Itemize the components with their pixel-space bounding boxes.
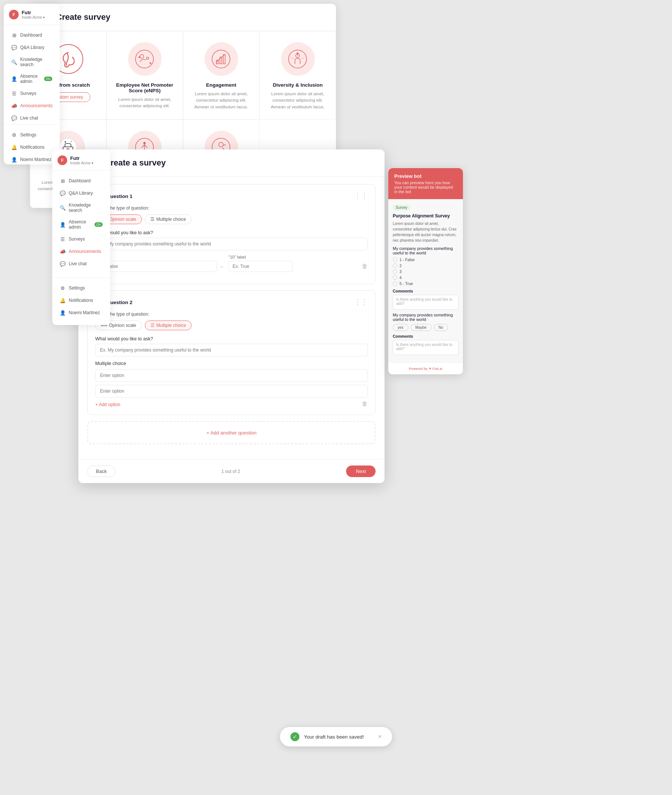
sidebar2-item-knowledge[interactable]: 🔍 Knowledge search — [54, 199, 108, 216]
preview-title: Preview bot — [394, 173, 457, 179]
footer-back-button[interactable]: Back — [87, 465, 115, 477]
question2-footer-row: + Add option 🗑 — [95, 401, 368, 407]
q2-multiple-choice-icon: ☰ — [150, 323, 155, 328]
s2-absence-icon: 👤 — [60, 221, 66, 228]
sidebar-item-absence[interactable]: 👤 Absence admin On — [6, 71, 58, 87]
s2-label-qa: Q&A Library — [69, 191, 93, 196]
sidebar1: F Futr Inside Acme ▾ ⊞ Dashboard 💬 Q&A L… — [4, 4, 60, 164]
question1-menu-dots[interactable]: ⋮⋮ — [354, 192, 368, 200]
preview-comments-label: Comments — [393, 289, 458, 293]
sidebar-item-user[interactable]: 👤 Noemi Martinez — [6, 154, 58, 165]
sidebar-item-qa[interactable]: 💬 Q&A Library — [6, 42, 58, 53]
preview-no-btn[interactable]: No — [434, 324, 448, 331]
s2-dashboard-icon: ⊞ — [60, 178, 66, 184]
card1-title: Create survey — [56, 12, 110, 22]
preview-comments2-box[interactable]: Is there anything you would like to add? — [393, 340, 458, 355]
s2-qa-icon: 💬 — [60, 190, 66, 196]
template-engagement[interactable]: Engagement Lorem ipsum dolor sit amet, c… — [183, 31, 259, 120]
card2-title: Create a survey — [104, 158, 166, 168]
preview-option-5: 5 - True — [393, 281, 458, 286]
sidebar-item-settings[interactable]: ⚙ Settings — [6, 129, 58, 141]
question1-multiple-choice-btn[interactable]: ☰ Multiple choice — [145, 215, 192, 224]
engagement-icon-wrap — [191, 40, 252, 78]
toast-close-button[interactable]: × — [378, 733, 382, 740]
question2-option1[interactable] — [95, 369, 368, 382]
preview-option-1-label: 1 - False — [400, 257, 415, 262]
question1-ask-input[interactable] — [95, 237, 368, 250]
card1-header: ‹ Create survey — [30, 4, 336, 31]
question2-card: ! Question 2 ⋮⋮ Select the type of quest… — [87, 290, 376, 415]
sidebar-item-knowledge[interactable]: 🔍 Knowledge search — [6, 54, 58, 70]
sidebar1-bottom: ⚙ Settings 🔔 Notifications 👤 Noemi Marti… — [4, 124, 60, 166]
card2-header: ‹ Create a survey — [78, 149, 384, 177]
enps-icon-wrap — [114, 40, 175, 78]
svg-point-0 — [136, 50, 154, 68]
sidebar2-item-qa[interactable]: 💬 Q&A Library — [54, 187, 108, 199]
sidebar2-item-settings[interactable]: ⚙ Settings — [54, 282, 108, 294]
question2-menu-dots[interactable]: ⋮⋮ — [354, 298, 368, 306]
sidebar-label-announcements: Announcements — [20, 103, 53, 108]
preview-question2: My company provides something useful to … — [393, 313, 458, 322]
preview-survey-badge: Survey — [393, 205, 410, 210]
engagement-icon — [205, 42, 238, 76]
create-a-survey-card: ‹ Create a survey ! Question 1 ⋮⋮ Select… — [78, 149, 384, 483]
sidebar2-item-announcements[interactable]: 📣 Announcements — [54, 245, 108, 257]
preview-footer-brand: ✦ Futr.ai — [429, 367, 442, 370]
scale-zero-input[interactable] — [95, 261, 217, 272]
brand2-icon: F — [58, 155, 67, 165]
sidebar-label-user: Noemi Martinez — [20, 157, 51, 162]
sidebar2-item-dashboard[interactable]: ⊞ Dashboard — [54, 175, 108, 187]
s2-surveys-icon: ☰ — [60, 236, 66, 242]
preview-yes-btn[interactable]: yes — [393, 324, 408, 331]
radio-dot-1 — [393, 257, 397, 262]
question2-ask-input[interactable] — [95, 344, 368, 356]
sidebar-item-livechat[interactable]: 💬 Live chat — [6, 112, 58, 124]
sidebar2-bottom: ⚙ Settings 🔔 Notifications 👤 Noemi Marti… — [52, 277, 110, 319]
add-option-button[interactable]: + Add option — [95, 402, 120, 407]
scale-row: "0" label ↔ "10" label 🗑 — [95, 255, 368, 272]
sidebar2-brand: F Futr Inside Acme ▾ — [52, 155, 110, 171]
footer-next-button[interactable]: Next — [346, 465, 376, 477]
template-enps[interactable]: Employee Net Promoter Score (eNPS) Lorem… — [106, 31, 183, 120]
svg-point-13 — [143, 142, 146, 144]
card2-footer: Back 1 out of 2 Next — [78, 459, 384, 483]
sidebar-item-dashboard[interactable]: ⊞ Dashboard — [6, 29, 58, 41]
sidebar-item-surveys[interactable]: ☰ Surveys — [6, 87, 58, 99]
sidebar2-item-absence[interactable]: 👤 Absence admin On — [54, 216, 108, 233]
sidebar2-item-surveys[interactable]: ☰ Surveys — [54, 233, 108, 245]
preview-option-1: 1 - False — [393, 257, 458, 262]
template-diversity[interactable]: Diversity & Inclusion Lorem ipsum dolor … — [259, 31, 336, 120]
preview-maybe-btn[interactable]: Maybe — [411, 324, 432, 331]
brand2-sub: Inside Acme ▾ — [70, 161, 93, 165]
question1-delete-wrap: 🗑 — [362, 257, 368, 270]
toast-message: Your draft has been saved! — [304, 734, 364, 740]
question2-option2[interactable] — [95, 385, 368, 398]
question2-multiple-choice-btn[interactable]: ☰ Multiple choice — [145, 321, 192, 330]
s2-settings-icon: ⚙ — [60, 285, 66, 291]
add-question-area[interactable]: + Add another question — [87, 421, 376, 444]
scale-ten-input[interactable] — [229, 261, 293, 272]
s2-label-livechat: Live chat — [69, 261, 86, 266]
sidebar2-item-notifications[interactable]: 🔔 Notifications — [54, 294, 108, 306]
preview-option-3-label: 3 — [400, 269, 402, 274]
question1-type-buttons: ⟺ Opinion scale ☰ Multiple choice — [95, 215, 368, 224]
qa-icon: 💬 — [11, 45, 17, 50]
add-question-button[interactable]: + Add another question — [206, 430, 256, 436]
svg-point-3 — [212, 50, 230, 68]
preview-comments-box[interactable]: Is there anything you would like to add? — [393, 295, 458, 310]
sidebar2-item-user[interactable]: 👤 Noemi Martinez — [54, 307, 108, 319]
sidebar-item-announcements[interactable]: 📣 Announcements — [6, 100, 58, 112]
preview-question1: My company provides something useful to … — [393, 246, 458, 255]
s2-label-absence: Absence admin — [69, 219, 91, 230]
question2-delete-button[interactable]: 🗑 — [362, 401, 368, 407]
question2-type-label: Select the type of question: — [95, 312, 368, 317]
sidebar-label-knowledge: Knowledge search — [20, 57, 52, 67]
sidebar-item-notifications[interactable]: 🔔 Notifications — [6, 141, 58, 153]
brand-sub: Inside Acme ▾ — [22, 15, 45, 19]
sidebar2-item-livechat[interactable]: 💬 Live chat — [54, 258, 108, 270]
preview-survey-text: Lorem ipsum dolor sit amet, consectetur … — [393, 221, 458, 243]
preview-footer-text: Powered by — [409, 367, 427, 370]
preview-option-2-label: 2 — [400, 263, 402, 268]
sidebar-label-livechat: Live chat — [20, 115, 38, 121]
question1-delete-button[interactable]: 🗑 — [362, 263, 368, 270]
